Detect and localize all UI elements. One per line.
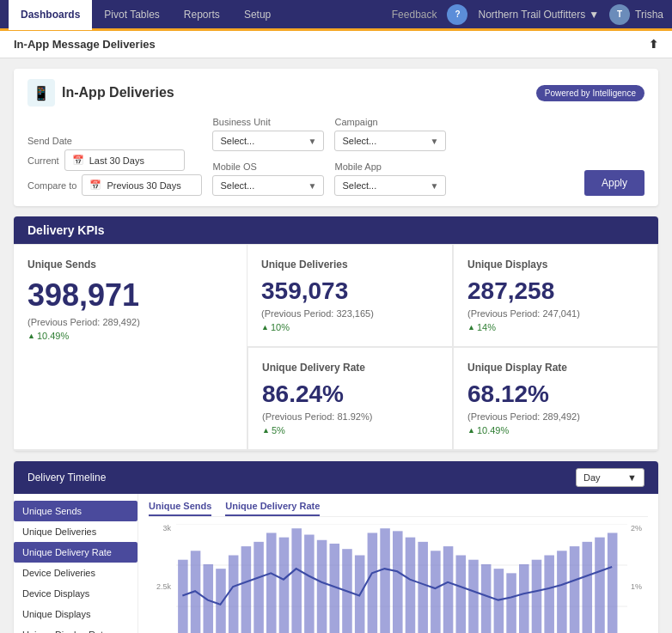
kpi-unique-sends-value: 398,971 (27, 277, 233, 313)
help-avatar: ? (447, 4, 467, 25)
kpi-display-rate-prev: (Previous Period: 289,492) (467, 411, 644, 422)
svg-rect-31 (519, 564, 529, 633)
bu-value: Select... (220, 136, 254, 146)
campaign-select[interactable]: Select... ▼ (334, 131, 446, 151)
svg-rect-23 (418, 542, 428, 633)
y-right-mid: 1% (631, 582, 642, 591)
tab-dashboards[interactable]: Dashboards (9, 0, 92, 30)
inapp-icon: 📱 (27, 79, 55, 107)
feedback-link[interactable]: Feedback (392, 9, 437, 21)
svg-rect-37 (595, 538, 605, 633)
sidebar-item-unique-displays[interactable]: Unique Displays (14, 604, 137, 624)
svg-rect-27 (468, 560, 479, 633)
svg-rect-38 (608, 533, 618, 633)
mobile-os-label: Mobile OS (212, 161, 324, 172)
tab-setup[interactable]: Setup (232, 0, 283, 30)
svg-rect-4 (178, 560, 188, 633)
sidebar-item-display-rate[interactable]: Unique Display Rate (14, 624, 137, 633)
kpi-delivery-rate-value: 86.24% (262, 380, 438, 408)
y-right-top: 2% (631, 524, 642, 533)
day-select[interactable]: Day ▼ (576, 468, 645, 487)
mobile-app-arrow-icon: ▼ (431, 181, 439, 191)
svg-rect-9 (241, 546, 252, 633)
mobile-os-select[interactable]: Select... ▼ (212, 175, 324, 196)
chart-tab-sends[interactable]: Unique Sends (149, 501, 211, 516)
svg-rect-21 (393, 531, 403, 633)
deliveries-title: 📱 In-App Deliveries (27, 79, 174, 107)
kpi-unique-sends: Unique Sends 398,971 (Previous Period: 2… (14, 244, 247, 450)
svg-rect-24 (431, 551, 441, 633)
send-date-group: Send Date Current 📅 Last 30 Days Compare… (27, 136, 202, 196)
sidebar-item-device-deliveries[interactable]: Device Deliveries (14, 563, 137, 583)
compare-date-input[interactable]: 📅 Previous 30 Days (82, 174, 202, 196)
kpi-unique-displays-label: Unique Displays (467, 259, 644, 271)
svg-rect-13 (291, 528, 302, 633)
chart-container: 3k 2.5k 2k 2% 1% 0% (149, 524, 648, 633)
kpi-display-rate-value: 68.12% (467, 380, 644, 408)
business-unit-group: Business Unit Select... ▼ Mobile OS Sele… (212, 117, 324, 196)
user-chip[interactable]: T Trisha (609, 4, 663, 25)
kpi-display-rate: Unique Display Rate 68.12% (Previous Per… (453, 347, 658, 450)
svg-rect-35 (570, 546, 580, 633)
mobile-os-arrow-icon: ▼ (309, 181, 317, 191)
kpi-delivery-rate: Unique Delivery Rate 86.24% (Previous Pe… (247, 347, 453, 450)
current-date-input[interactable]: 📅 Last 30 Days (64, 149, 185, 171)
bu-select[interactable]: Select... ▼ (212, 131, 324, 151)
kpi-delivery-rate-change: 5% (262, 425, 438, 435)
day-chevron-icon: ▼ (627, 472, 637, 483)
user-name: Trisha (635, 9, 663, 21)
svg-rect-33 (544, 556, 554, 634)
calendar-icon: 📅 (72, 155, 84, 166)
mobile-app-value: Select... (342, 180, 376, 191)
campaign-arrow-icon: ▼ (431, 137, 439, 146)
svg-rect-28 (481, 564, 492, 633)
chart-y-axis-left: 3k 2.5k 2k (149, 524, 174, 633)
svg-rect-19 (368, 533, 378, 633)
mobile-app-label: Mobile App (334, 161, 446, 172)
svg-rect-10 (254, 542, 264, 633)
timeline-sidebar: Unique Sends Unique Deliveries Unique De… (14, 494, 138, 633)
timeline-card: Delivery Timeline Day ▼ Unique Sends Uni… (14, 461, 658, 633)
chart-svg-area (176, 524, 627, 633)
org-selector[interactable]: Northern Trail Outfitters ▼ (478, 9, 599, 21)
top-nav-right: Feedback ? Northern Trail Outfitters ▼ T… (392, 4, 663, 25)
chart-svg (176, 524, 627, 633)
kpis-section-header: Delivery KPIs (14, 216, 658, 244)
filters-row: Send Date Current 📅 Last 30 Days Compare… (14, 113, 658, 206)
kpi-unique-deliveries-change: 10% (261, 322, 438, 332)
deliveries-header: 📱 In-App Deliveries Powered by Intellige… (14, 69, 658, 113)
deliveries-card: 📱 In-App Deliveries Powered by Intellige… (14, 69, 658, 206)
apply-button[interactable]: Apply (584, 170, 645, 196)
sidebar-item-delivery-rate[interactable]: Unique Delivery Rate (14, 542, 137, 563)
day-value: Day (583, 472, 601, 483)
sidebar-item-device-displays[interactable]: Device Displays (14, 583, 137, 604)
tab-pivot-tables[interactable]: Pivot Tables (92, 0, 171, 30)
campaign-label: Campaign (334, 117, 446, 127)
powered-badge[interactable]: Powered by Intelligence (536, 85, 645, 101)
svg-rect-25 (443, 546, 454, 633)
deliveries-heading: In-App Deliveries (62, 85, 174, 100)
tab-reports[interactable]: Reports (172, 0, 232, 30)
chart-tab-rate[interactable]: Unique Delivery Rate (225, 501, 320, 516)
kpi-unique-displays-change: 14% (467, 322, 644, 332)
mobile-os-value: Select... (220, 180, 254, 191)
kpis-title: Delivery KPIs (27, 223, 105, 237)
timeline-header: Delivery Timeline Day ▼ (14, 461, 658, 494)
y-left-top: 3k (162, 524, 171, 533)
svg-rect-22 (406, 538, 416, 633)
current-date-value: Last 30 Days (89, 155, 144, 166)
kpi-delivery-rate-label: Unique Delivery Rate (262, 362, 438, 374)
svg-rect-20 (380, 528, 390, 633)
sidebar-item-unique-sends[interactable]: Unique Sends (14, 501, 137, 521)
svg-rect-34 (557, 551, 567, 633)
kpi-display-rate-change: 10.49% (467, 425, 644, 435)
sidebar-item-unique-deliveries[interactable]: Unique Deliveries (14, 521, 137, 542)
main-content: 📱 In-App Deliveries Powered by Intellige… (0, 58, 672, 633)
kpi-unique-displays-value: 287,258 (467, 277, 644, 305)
mobile-app-select[interactable]: Select... ▼ (334, 175, 446, 196)
share-icon[interactable]: ⬆ (649, 38, 658, 51)
kpi-unique-displays-prev: (Previous Period: 247,041) (467, 308, 644, 319)
svg-rect-14 (304, 535, 315, 633)
page-title: In-App Message Deliveries (14, 38, 156, 51)
svg-rect-32 (532, 560, 542, 633)
